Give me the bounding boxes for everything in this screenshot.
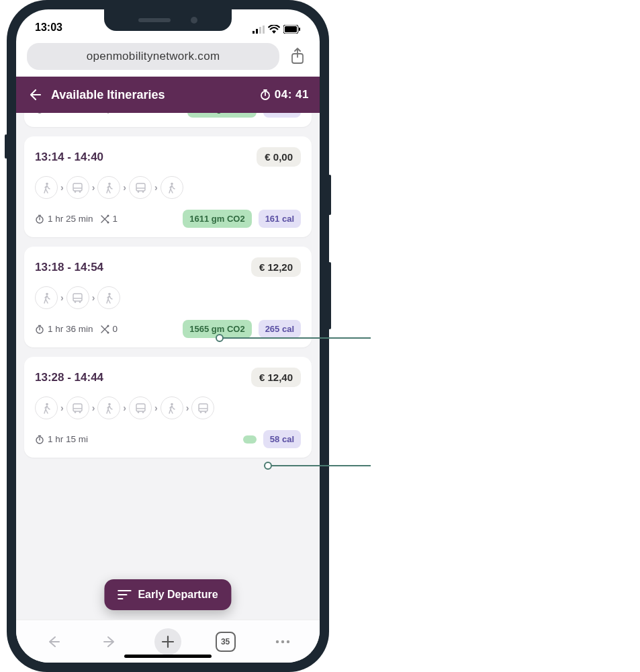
stopwatch-icon: [35, 325, 44, 334]
walk-icon: [161, 396, 183, 419]
url-field[interactable]: openmobilitynetwork.com: [27, 43, 279, 70]
itinerary-card[interactable]: 13:18 - 14:54 € 12,20 › › 1 hr 36 min: [24, 247, 312, 347]
transfers-icon: [100, 113, 109, 114]
calories-badge: 265 cal: [259, 320, 301, 338]
walk-icon: [97, 396, 120, 419]
transfers-stat: 1: [100, 214, 118, 224]
svg-rect-42: [73, 294, 82, 301]
stopwatch-icon: [260, 89, 271, 100]
walk-icon: [35, 176, 58, 199]
stopwatch-icon: [35, 435, 44, 444]
bus-icon: [191, 396, 214, 419]
sort-icon: [118, 589, 131, 600]
timer-value: 04: 41: [275, 88, 309, 101]
duration-stat: 1 hr 36 min: [35, 324, 93, 334]
svg-point-58: [137, 411, 139, 413]
share-icon: [290, 48, 305, 65]
chevron-right-icon: ›: [186, 403, 189, 413]
transfers-value: 0: [113, 324, 118, 334]
status-time: 13:03: [35, 22, 62, 34]
duration-stat: 1 hr 15 mi: [35, 434, 88, 444]
url-text: openmobilitynetwork.com: [87, 50, 220, 63]
chevron-right-icon: ›: [123, 403, 126, 413]
duration-stat: 1 hr 10 min: [35, 113, 93, 114]
annotation-line: [268, 465, 371, 466]
svg-point-53: [75, 411, 77, 413]
svg-rect-5: [285, 26, 297, 32]
bus-icon: [66, 286, 89, 309]
duration-value: 1 hr 36 min: [48, 324, 93, 334]
price-badge: € 12,40: [251, 368, 301, 387]
browser-forward-button[interactable]: [97, 628, 124, 655]
browser-menu-button[interactable]: [269, 628, 296, 655]
calories-badge: 58 cal: [263, 113, 301, 118]
chevron-right-icon: ›: [154, 182, 158, 193]
itinerary-list[interactable]: › › › › › 1 hr 10 min: [16, 113, 320, 620]
svg-point-40: [107, 221, 109, 223]
svg-point-64: [205, 411, 207, 413]
share-button[interactable]: [286, 45, 309, 68]
svg-rect-51: [73, 404, 82, 411]
journey-steps: › ›: [35, 286, 301, 309]
stopwatch-icon: [35, 113, 44, 114]
page-title: Available Itineraries: [51, 88, 250, 102]
sort-button[interactable]: Early Departure: [104, 579, 231, 610]
svg-rect-28: [73, 183, 82, 191]
app-header: Available Itineraries 04: 41: [16, 77, 320, 113]
chevron-right-icon: ›: [92, 403, 95, 413]
session-timer: 04: 41: [260, 88, 309, 101]
svg-point-63: [200, 411, 202, 413]
svg-rect-2: [259, 27, 261, 34]
back-icon[interactable]: [27, 87, 42, 102]
phone-side-button: [328, 175, 331, 215]
new-tab-button[interactable]: [154, 628, 181, 655]
bus-icon: [66, 396, 89, 419]
time-range: 13:18 - 14:54: [35, 261, 103, 274]
transfers-icon: [100, 214, 109, 224]
svg-rect-0: [253, 31, 255, 34]
arrow-right-icon: [103, 634, 118, 649]
svg-point-31: [79, 191, 81, 193]
bus-icon: [129, 176, 152, 199]
time-range: 13:14 - 14:40: [35, 151, 103, 164]
svg-point-54: [79, 411, 81, 413]
itinerary-card[interactable]: 13:28 - 14:44 € 12,40 › › › › ›: [24, 357, 312, 458]
svg-rect-3: [263, 26, 265, 34]
svg-point-60: [171, 403, 173, 405]
duration-value: 1 hr 10 min: [48, 113, 93, 114]
chevron-right-icon: ›: [154, 403, 158, 413]
tabs-button[interactable]: 35: [212, 628, 239, 655]
bus-icon: [66, 176, 89, 199]
itinerary-card[interactable]: 13:14 - 14:40 € 0,00 › › › ›: [24, 136, 312, 237]
svg-point-46: [108, 292, 111, 295]
phone-side-button: [5, 134, 7, 159]
svg-point-39: [107, 214, 109, 216]
svg-point-55: [108, 403, 111, 405]
duration-value: 1 hr 25 min: [48, 214, 93, 224]
phone-side-button: [328, 262, 331, 329]
browser-back-button[interactable]: [40, 628, 66, 655]
co2-badge: [243, 435, 257, 444]
walk-icon: [35, 286, 58, 309]
calories-badge: 161 cal: [259, 210, 301, 228]
plus-icon: [161, 635, 175, 648]
svg-point-71: [287, 640, 289, 642]
svg-point-50: [46, 403, 48, 405]
transfers-stat: 0: [100, 324, 118, 334]
price-badge: € 0,00: [257, 147, 301, 167]
svg-point-48: [107, 325, 109, 327]
svg-rect-56: [136, 404, 145, 411]
price-badge: € 12,20: [251, 257, 301, 277]
svg-point-32: [108, 182, 111, 185]
duration-value: 1 hr 15 mi: [48, 434, 88, 444]
co2-badge: 1611 gm CO2: [183, 210, 251, 228]
svg-point-70: [281, 640, 284, 642]
svg-rect-33: [136, 183, 145, 191]
itinerary-card[interactable]: › › › › › 1 hr 10 min: [24, 113, 312, 127]
battery-icon: [283, 25, 301, 34]
svg-point-69: [276, 640, 279, 642]
journey-steps: › › › › ›: [35, 396, 301, 419]
co2-badge: 1655 gm CO2: [187, 113, 256, 118]
svg-point-37: [171, 182, 173, 185]
walk-icon: [35, 396, 58, 419]
